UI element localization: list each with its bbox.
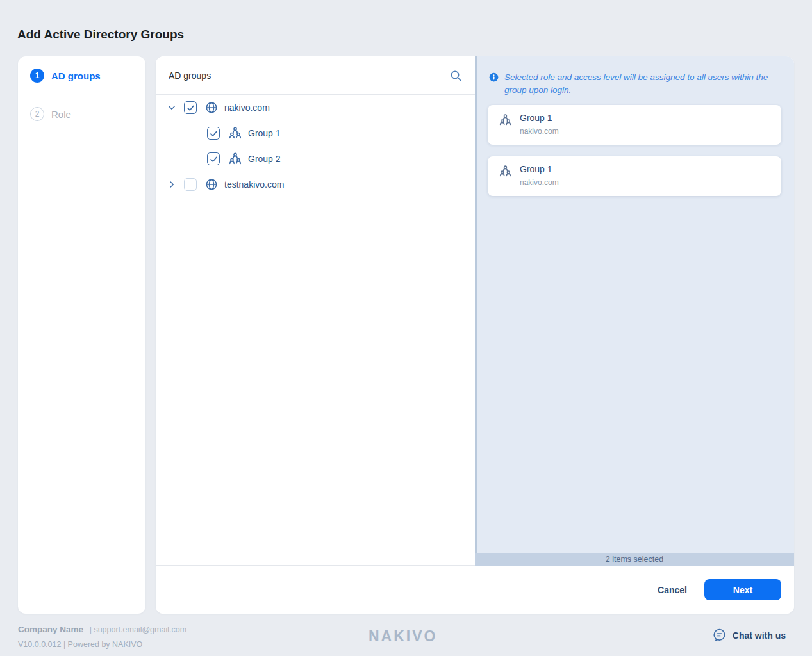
company-name: Company Name [18,625,83,634]
step-label: Role [51,109,71,120]
checkbox-checked[interactable] [184,101,197,114]
info-note: Selected role and access level will be a… [489,71,779,97]
cancel-button[interactable]: Cancel [658,585,687,595]
tree-node-label: nakivo.com [224,102,270,113]
tree-row-domain-nakivo[interactable]: nakivo.com [156,95,475,120]
ad-groups-tree-panel: nakivo.com Group 1 [156,56,475,566]
selected-group-text: Group 1 nakivo.com [520,113,559,136]
checkbox-checked[interactable] [207,152,220,165]
footer-company-line: Company Name | support.email@gmail.com [18,625,186,634]
step-number-badge: 2 [30,107,44,121]
support-email: | support.email@gmail.com [90,625,186,634]
selection-summary-text: 2 items selected [606,555,663,564]
stepper-panel: 1 AD groups 2 Role [18,56,145,614]
tree-row-group-1[interactable]: Group 1 [156,120,475,146]
selection-summary-bar: 2 items selected [475,553,794,566]
chat-with-us-button[interactable]: Chat with us [712,628,786,643]
page-title: Add Active Directory Groups [17,28,184,42]
globe-icon [205,101,218,114]
search-icon[interactable] [449,69,462,82]
chevron-down-icon[interactable] [167,103,176,112]
search-row [156,56,475,95]
next-button[interactable]: Next [704,579,781,600]
ad-groups-tree: nakivo.com Group 1 [156,95,475,197]
selected-group-domain: nakivo.com [520,127,559,136]
user-group-icon [499,165,512,178]
globe-icon [205,178,218,191]
selected-group-name: Group 1 [520,164,559,174]
tree-node-label: Group 1 [248,128,281,138]
selected-group-domain: nakivo.com [520,178,559,187]
tree-row-domain-testnakivo[interactable]: testnakivo.com [156,172,475,197]
info-note-text: Selected role and access level will be a… [504,71,779,97]
user-group-icon [228,126,242,140]
checkbox-checked[interactable] [207,127,220,140]
user-group-icon [499,113,512,127]
tree-node-label: testnakivo.com [224,179,284,190]
chat-bubble-icon [712,628,727,643]
stepper-step-role[interactable]: 2 Role [18,107,71,121]
selected-group-card[interactable]: Group 1 nakivo.com [488,156,781,196]
nakivo-logo: NAKIVO [369,628,437,645]
dialog-footer: Cancel Next [156,566,794,614]
selected-group-name: Group 1 [520,113,559,123]
selected-group-text: Group 1 nakivo.com [520,164,559,187]
tree-node-label: Group 2 [248,154,281,164]
stepper-step-ad-groups[interactable]: 1 AD groups [18,69,101,83]
user-group-icon [228,152,242,166]
chat-with-us-label: Chat with us [733,630,786,641]
footer-version-line: V10.0.0.012 | Powered by NAKIVO [18,640,142,649]
tree-row-group-2[interactable]: Group 2 [156,146,475,172]
step-label: AD groups [51,70,101,81]
checkbox-unchecked[interactable] [184,178,197,191]
search-input[interactable] [169,70,449,81]
selected-group-card[interactable]: Group 1 nakivo.com [488,105,781,145]
ad-groups-dialog: nakivo.com Group 1 [156,56,794,614]
selected-groups-panel: Selected role and access level will be a… [475,56,794,553]
info-icon [489,72,499,82]
chevron-right-icon[interactable] [167,180,176,189]
step-number-badge: 1 [30,69,44,83]
step-connector-line [37,83,37,107]
